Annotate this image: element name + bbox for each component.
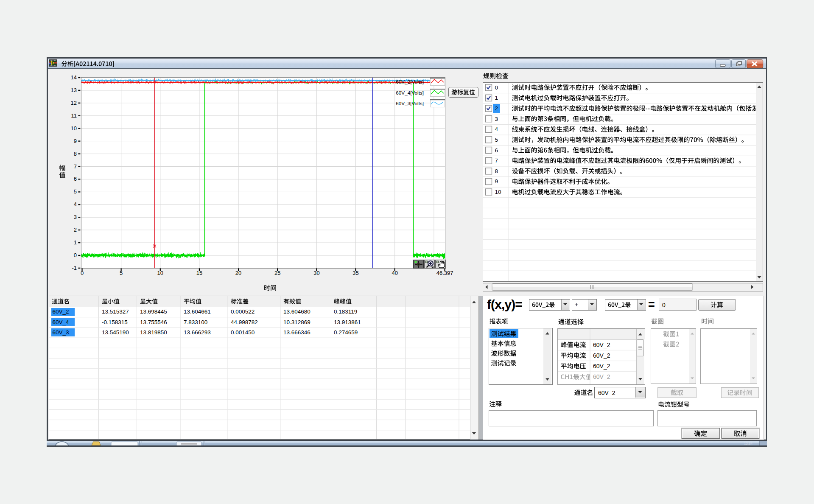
svg-text:12:34: 12:34	[744, 442, 753, 445]
